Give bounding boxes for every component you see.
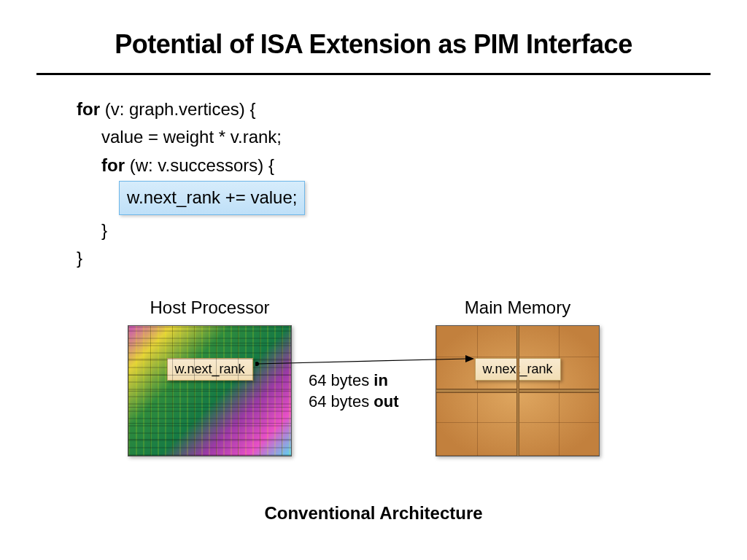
- memory-badge: w.next_rank: [474, 358, 560, 381]
- keyword-for-2: for: [101, 155, 125, 175]
- code-line-4-wrap: w.next_rank += value;: [77, 179, 711, 216]
- code-text-3: (w: v.successors) {: [125, 155, 274, 175]
- transfer-out-bold: out: [374, 392, 398, 411]
- host-badge: w.next_rank: [166, 358, 252, 381]
- svg-marker-2: [465, 355, 474, 362]
- transfer-out-num: 64 bytes: [309, 392, 374, 411]
- svg-point-1: [255, 362, 259, 366]
- code-line-2: value = weight * v.rank;: [77, 123, 711, 151]
- code-line-5: }: [77, 217, 711, 244]
- code-line-3: for (w: v.successors) {: [77, 152, 711, 179]
- slide: Potential of ISA Extension as PIM Interf…: [0, 0, 747, 560]
- code-line-1: for (v: graph.vertices) {: [77, 96, 711, 123]
- transfer-text: 64 bytes in 64 bytes out: [309, 370, 398, 412]
- host-processor-block: Host Processor w.next_rank: [128, 298, 292, 456]
- main-memory-label: Main Memory: [436, 298, 600, 318]
- code-block: for (v: graph.vertices) { value = weight…: [77, 96, 711, 272]
- code-text-1: (v: graph.vertices) {: [100, 99, 255, 119]
- transfer-line-out: 64 bytes out: [309, 392, 398, 413]
- host-processor-label: Host Processor: [128, 298, 292, 318]
- svg-line-0: [257, 359, 467, 364]
- transfer-in-num: 64 bytes: [309, 371, 374, 389]
- transfer-in-bold: in: [374, 371, 388, 389]
- keyword-for-1: for: [77, 99, 100, 119]
- title-rule: [36, 73, 711, 75]
- main-memory-block: Main Memory w.next_rank: [436, 298, 600, 456]
- code-highlight: w.next_rank += value;: [119, 181, 305, 214]
- transfer-arrow: [255, 324, 474, 368]
- footer-label: Conventional Architecture: [0, 503, 747, 524]
- code-line-6: }: [77, 244, 711, 272]
- transfer-line-in: 64 bytes in: [309, 370, 398, 392]
- slide-title: Potential of ISA Extension as PIM Interf…: [36, 29, 711, 60]
